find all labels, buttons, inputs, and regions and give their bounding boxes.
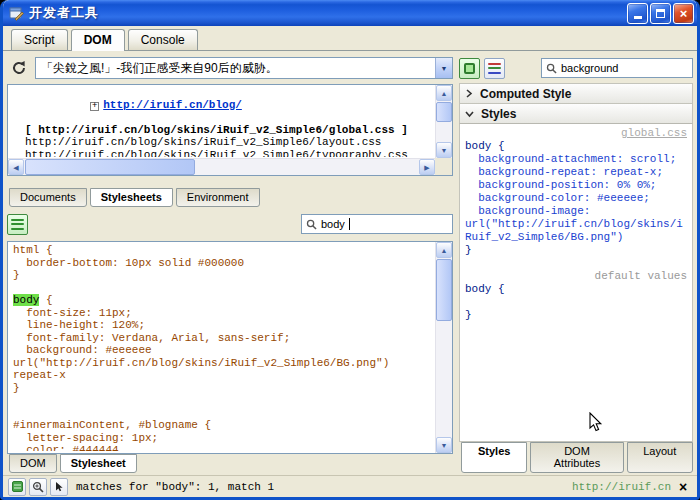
css-line xyxy=(13,394,433,407)
scroll-up-icon[interactable]: ▲ xyxy=(436,242,452,258)
tab-dom[interactable]: DOM xyxy=(71,29,125,51)
css-source-panel: html { border-bottom: 10px solid #000000… xyxy=(7,241,453,454)
next-match-button[interactable] xyxy=(50,478,68,496)
zoom-in-icon xyxy=(32,481,44,493)
styles-header[interactable]: Styles xyxy=(459,103,693,124)
scroll-up-icon[interactable]: ▲ xyxy=(436,85,452,101)
tab-styles[interactable]: Styles xyxy=(461,442,527,473)
styles-label: Styles xyxy=(481,107,516,121)
css-declaration: background-image: url("http://iruif.cn/b… xyxy=(465,205,687,244)
css-line-match: body { xyxy=(13,294,433,307)
tree-hscroll-thumb[interactable] xyxy=(25,159,195,175)
list-icon xyxy=(488,63,501,74)
zoom-in-button[interactable] xyxy=(29,478,47,496)
tab-dom-attributes[interactable]: DOM Attributes xyxy=(530,442,623,473)
source-file-link[interactable]: global.css xyxy=(465,127,687,140)
css-search-input[interactable]: body xyxy=(301,214,453,234)
tab-dom-view[interactable]: DOM xyxy=(9,454,57,473)
document-pane-tabs: Documents Stylesheets Environment xyxy=(7,188,453,207)
default-values-label: default values xyxy=(465,270,687,283)
toggle-default-styles-button[interactable] xyxy=(459,58,480,79)
tab-environment[interactable]: Environment xyxy=(176,188,260,207)
tree-item-global-css[interactable]: [ http://iruif.cn/blog/skins/iRuif_v2_Si… xyxy=(11,124,434,137)
statusbar-close-button[interactable]: × xyxy=(674,479,692,495)
blank-line xyxy=(465,296,687,309)
property-search-value: background xyxy=(561,62,619,74)
maximize-icon xyxy=(656,9,665,18)
chevron-down-icon[interactable]: ▼ xyxy=(435,58,452,78)
match-status-text: matches for "body": 1, match 1 xyxy=(76,481,274,493)
page-select-value: 「尖銳之風!」-我们正感受来自90后的威胁。 xyxy=(41,60,278,77)
refresh-icon xyxy=(11,60,27,76)
tab-console[interactable]: Console xyxy=(128,29,198,50)
property-search-input[interactable]: background xyxy=(541,58,693,78)
main-content: 「尖銳之風!」-我们正感受来自90后的威胁。 ▼ +http://iruif.c… xyxy=(3,51,697,475)
stylesheet-list-button[interactable] xyxy=(7,214,28,235)
style-rules-list-button[interactable] xyxy=(484,58,505,79)
stylesheet-tree-panel: +http://iruif.cn/blog/ [ http://iruif.cn… xyxy=(7,84,453,176)
scroll-left-icon[interactable]: ◀ xyxy=(8,159,24,175)
css-line: html { xyxy=(13,244,433,257)
stylesheet-list-icon xyxy=(11,219,24,230)
scroll-down-icon[interactable]: ▼ xyxy=(436,142,452,158)
styles-inspector[interactable]: global.css body { background-attachment:… xyxy=(459,124,693,442)
css-line: line-height: 120%; xyxy=(13,319,433,332)
tree-item-layout-css[interactable]: http://iruif.cn/blog/skins/iRuif_v2_Simp… xyxy=(11,136,434,149)
css-declaration: background-repeat: repeat-x; xyxy=(465,166,687,179)
tree-root-row: +http://iruif.cn/blog/ xyxy=(11,86,434,124)
statusbar: matches for "body": 1, match 1 http://ir… xyxy=(3,475,697,497)
code-vertical-scrollbar[interactable]: ▲ ▼ xyxy=(435,242,452,453)
css-line: font-family: Verdana, Arial, sans-serif; xyxy=(13,332,433,345)
tab-documents[interactable]: Documents xyxy=(9,188,87,207)
minimize-button[interactable] xyxy=(627,3,648,24)
computed-style-header[interactable]: Computed Style xyxy=(459,83,693,104)
css-line: border-bottom: 10px solid #000000 xyxy=(13,257,433,270)
page-select[interactable]: 「尖銳之風!」-我们正感受来自90后的威胁。 ▼ xyxy=(35,57,453,79)
css-line: font-size: 11px; xyxy=(13,307,433,320)
tree-vertical-scrollbar[interactable]: ▲ ▼ xyxy=(435,85,452,158)
rule-close-brace: } xyxy=(465,309,687,322)
css-line: } xyxy=(13,269,433,282)
css-line: background: #eeeeee url("http://iruif.cn… xyxy=(13,344,433,382)
tab-script[interactable]: Script xyxy=(11,29,68,50)
css-declaration: background-position: 0% 0%; xyxy=(465,179,687,192)
blank-line xyxy=(465,257,687,270)
stylesheet-tree[interactable]: +http://iruif.cn/blog/ [ http://iruif.cn… xyxy=(11,86,434,157)
scroll-down-icon[interactable]: ▼ xyxy=(436,437,452,453)
code-vscroll-thumb[interactable] xyxy=(436,259,452,321)
text-caret xyxy=(349,218,350,230)
css-line: letter-spacing: 1px; xyxy=(13,432,433,445)
styles-toolbar: background xyxy=(459,55,693,81)
rule-close-brace: } xyxy=(465,244,687,257)
scrollbar-corner xyxy=(435,158,452,175)
window-title: 开发者工具 xyxy=(29,4,99,22)
right-pane: background Computed Style Styles global.… xyxy=(459,55,693,473)
titlebar[interactable]: 开发者工具 × xyxy=(3,0,697,26)
source-view-tabs: DOM Stylesheet xyxy=(7,454,453,473)
tree-vscroll-thumb[interactable] xyxy=(436,102,452,122)
search-match-highlight: body xyxy=(13,294,39,306)
tab-stylesheets[interactable]: Stylesheets xyxy=(90,188,173,207)
devtools-app-icon xyxy=(9,6,24,21)
blog-root-link[interactable]: http://iruif.cn/blog/ xyxy=(103,99,242,111)
close-button[interactable]: × xyxy=(673,3,694,24)
green-grid-icon xyxy=(12,481,23,492)
css-line: #innermainContent, #blogname { xyxy=(13,419,433,432)
chevron-right-icon xyxy=(465,89,473,98)
tree-expander-icon[interactable]: + xyxy=(90,102,99,111)
tree-horizontal-scrollbar[interactable]: ◀ ▶ xyxy=(8,158,435,175)
main-tab-bar: Script DOM Console xyxy=(3,26,697,51)
green-grid-button[interactable] xyxy=(8,478,26,496)
tab-layout[interactable]: Layout xyxy=(627,442,693,473)
css-source[interactable]: html { border-bottom: 10px solid #000000… xyxy=(13,244,433,451)
search-icon xyxy=(306,219,317,230)
maximize-button[interactable] xyxy=(650,3,671,24)
close-icon: × xyxy=(680,6,688,21)
left-pane: 「尖銳之風!」-我们正感受来自90后的威胁。 ▼ +http://iruif.c… xyxy=(7,55,453,473)
refresh-button[interactable] xyxy=(7,56,31,80)
tab-stylesheet-view[interactable]: Stylesheet xyxy=(60,454,137,473)
scroll-right-icon[interactable]: ▶ xyxy=(419,159,435,175)
window-controls: × xyxy=(627,3,694,24)
tree-item-typography-css[interactable]: http://iruif.cn/blog/skins/iRuif_v2_Simp… xyxy=(11,149,434,158)
green-indicator-icon xyxy=(464,63,475,74)
